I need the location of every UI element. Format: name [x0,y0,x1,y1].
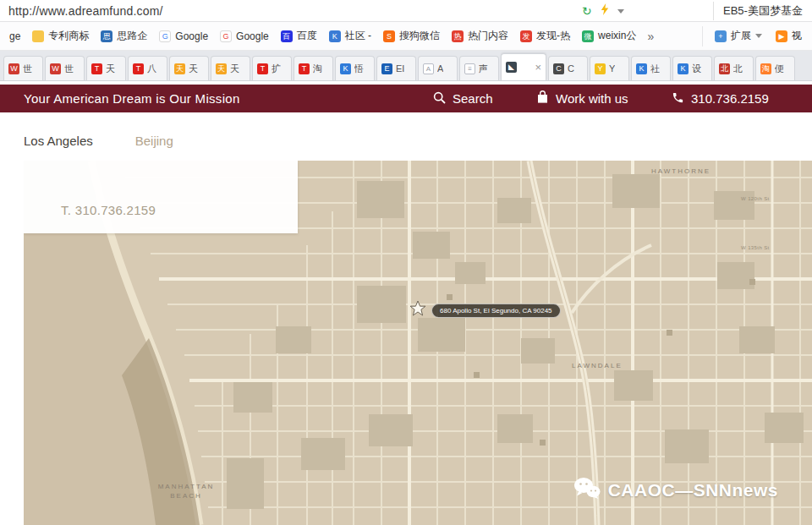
watermark-text: CAAOC—SNNnews [608,480,778,500]
bookmark-item[interactable]: 热热门内容 [446,26,514,46]
tab-favicon: 天 [174,63,185,74]
phone-icon [672,91,684,107]
toolbar-item[interactable]: ▶视 [774,26,804,46]
tab-close-icon[interactable]: × [535,62,541,73]
tab-favicon: W [50,63,61,74]
bookmark-label: 思路企 [117,29,147,43]
map-street-label: W 135th St [741,245,770,250]
browser-tab[interactable]: 天天 [169,56,209,80]
bookmark-item[interactable]: GGoogle [153,26,214,46]
site-header: Your American Dream is Our Mission Searc… [0,85,812,112]
bookmark-item[interactable]: 专利商标 [26,26,95,46]
bookmark-label: 发现-热 [536,29,570,43]
browser-tab[interactable]: 淘便 [755,56,795,80]
office-info-card: T. 310.736.2159 [24,161,298,233]
tab-label: 扩 [272,63,281,75]
tab-label: 天 [189,63,198,75]
browser-tab[interactable]: CC [548,56,588,80]
bookmark-item[interactable]: 发发现-热 [514,26,576,46]
bookmark-label: ge [9,30,20,42]
hot-content-icon: 热 [452,30,464,42]
tab-favicon: K [678,63,689,74]
bookmark-label: weixin公 [598,29,636,43]
tab-favicon: W [8,63,19,74]
map-marker-address: 680 Apollo St, El Segundo, CA 90245 [431,304,561,318]
tab-label: 淘 [313,63,322,75]
browser-tab[interactable]: T淘 [294,56,333,80]
browser-tab[interactable]: K设 [672,56,712,80]
browser-tab[interactable]: ≡声 [459,56,499,80]
tab-favicon: 天 [216,63,227,74]
browser-tab[interactable]: 天天 [211,56,250,80]
site-tagline: Your American Dream is Our Mission [24,85,240,112]
chevron-down-icon[interactable] [755,34,762,38]
toolbar-right: +扩展▶视 [702,26,809,46]
watermark: CAAOC—SNNnews [573,477,778,503]
browser-tab[interactable]: W世 [3,56,43,80]
tab-label: 世 [23,63,32,75]
office-phone: T. 310.736.2159 [61,203,156,217]
map-street-label: W 120th St [741,196,770,201]
browser-tab[interactable]: 北北 [714,56,754,80]
tab-label: 声 [479,63,488,75]
url-dropdown-icon[interactable] [617,9,624,14]
bookmark-label: 搜狗微信 [399,29,440,43]
divider [713,2,714,20]
search-button[interactable]: Search [433,85,493,112]
browser-tab[interactable]: K悟 [335,56,375,80]
map-area-label: HAWTHORNE [651,167,710,175]
url-field[interactable]: http://www.adreamfund.com/ [8,4,163,18]
bookmarks-bar: ge专利商标思思路企GGoogleGGoogle百百度K社区 -S搜狗微信热热门… [0,22,812,51]
work-with-us-button[interactable]: Work with us [536,85,628,112]
browser-tab[interactable]: K社 [631,56,671,80]
city-tab-los-angeles[interactable]: Los Angeles [24,134,93,148]
toolbar-item-label: 扩展 [731,29,751,43]
toolbar-item[interactable]: +扩展 [713,26,764,46]
google-icon: G [159,30,171,42]
browser-tab[interactable]: YY [590,56,629,80]
bookmark-item[interactable]: ge [3,26,26,46]
tab-label: A [437,63,443,74]
browser-tab[interactable]: T八 [128,56,167,80]
sogou-wechat-icon: S [383,30,395,42]
baidu-icon: 百 [281,30,293,42]
lightning-icon[interactable] [601,3,609,19]
bag-icon [536,90,549,107]
map-marker[interactable]: 680 Apollo St, El Segundo, CA 90245 [409,299,561,321]
tab-label: EI [396,63,404,74]
discover-icon: 发 [520,30,532,42]
search-label: Search [453,91,493,106]
tab-favicon: ◣ [506,62,517,73]
tab-favicon: C [553,63,564,74]
bookmark-item[interactable]: 百百度 [275,26,323,46]
bookmark-label: Google [175,30,208,42]
browser-tab[interactable]: T天 [86,56,126,80]
folder-icon [32,30,44,42]
tab-label: 世 [64,63,74,75]
toolbar-item-label: 视 [792,29,802,43]
city-tab-beijing[interactable]: Beijing [135,134,173,148]
bookmark-item[interactable]: GGoogle [214,26,275,46]
map-area-label: MANHATTAN BEACH [149,482,223,500]
city-tabs: Los AngelesBeijing [24,134,173,148]
header-phone[interactable]: 310.736.2159 [672,85,769,112]
office-map[interactable]: HAWTHORNE LAWNDALE MANHATTAN BEACH W 120… [24,161,812,525]
bookmark-label: 热门内容 [468,29,508,43]
bookmark-item[interactable]: 思思路企 [95,26,153,46]
browser-tab-active[interactable]: ◣× [501,53,546,80]
tab-label: 社 [650,63,660,75]
header-phone-number: 310.736.2159 [691,91,769,106]
bookmark-item[interactable]: K社区 - [323,26,377,46]
browser-tab[interactable]: AA [418,56,458,80]
window-title: EB5-美国梦基金 [723,0,809,22]
browser-tab[interactable]: EEI [376,56,416,80]
tab-favicon: 淘 [760,63,771,74]
bookmark-item[interactable]: S搜狗微信 [377,26,446,46]
browser-tab[interactable]: T扩 [252,56,292,80]
bookmarks-overflow-icon[interactable]: » [642,30,659,43]
bookmark-item[interactable]: 微weixin公 [576,26,642,46]
browser-tab[interactable]: W世 [45,56,85,80]
tab-favicon: K [340,63,351,74]
refresh-icon[interactable]: ↻ [582,5,592,17]
tab-favicon: E [381,63,392,74]
